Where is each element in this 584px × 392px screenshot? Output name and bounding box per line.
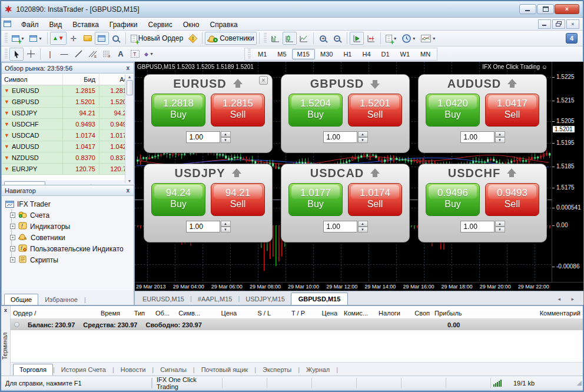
bar-chart-button[interactable]: [268, 32, 283, 45]
watch-row-EURJPY[interactable]: ▼EURJPY120.75120.78: [2, 164, 134, 175]
volume-input[interactable]: [186, 221, 220, 232]
zoom-in-button[interactable]: +: [316, 32, 330, 45]
terminal-tab-1[interactable]: Торговля: [13, 364, 53, 376]
data-window-button[interactable]: ✛: [67, 32, 81, 45]
volume-stepper[interactable]: ▲▼: [495, 221, 505, 232]
menu-item-Графики[interactable]: Графики: [104, 19, 143, 30]
one-click-widget-USDCHF[interactable]: USDCHF0.9496Buy0.9493Sell▲▼: [418, 164, 547, 242]
watch-row-GBPUSD[interactable]: ▼GBPUSD1.52011.5204: [2, 97, 134, 108]
line-chart-button[interactable]: [297, 32, 311, 45]
menu-item-Справка[interactable]: Справка: [205, 19, 243, 30]
resize-grip[interactable]: ◢: [577, 379, 583, 387]
strategy-tester-button[interactable]: [109, 32, 123, 45]
templates-button[interactable]: ▼: [419, 32, 439, 45]
channel-button[interactable]: E: [85, 48, 99, 61]
watch-row-USDJPY[interactable]: ▼USDJPY94.2194.24: [2, 108, 134, 119]
timeframe-button-W1[interactable]: W1: [395, 49, 416, 59]
expand-plus-icon[interactable]: +: [10, 235, 15, 240]
stepper-down-icon[interactable]: ▼: [221, 137, 231, 143]
price-axis[interactable]: 1.52251.52151.52051.51951.51851.51751.52…: [552, 62, 583, 282]
timeframe-button-H4[interactable]: H4: [357, 49, 376, 59]
tab-scroll-arrows[interactable]: ◂ ▸: [558, 296, 583, 305]
stepper-down-icon[interactable]: ▼: [495, 137, 505, 143]
sell-button[interactable]: 1.0417Sell: [485, 94, 539, 127]
periods-button[interactable]: ▼: [400, 32, 419, 45]
volume-input[interactable]: [323, 221, 357, 232]
mdi-minimize-button[interactable]: [538, 19, 551, 29]
navigator-tab-1[interactable]: Общие: [4, 294, 38, 305]
expand-plus-icon[interactable]: +: [10, 212, 15, 218]
stepper-down-icon[interactable]: ▼: [221, 227, 231, 232]
mdi-restore-button[interactable]: [552, 19, 565, 29]
terminal-column-2[interactable]: Время: [67, 310, 122, 317]
menu-item-Сервис[interactable]: Сервис: [143, 19, 178, 30]
navigator-header[interactable]: Навигаторx: [2, 185, 134, 196]
one-click-widget-USDCAD[interactable]: USDCAD1.0177Buy1.0174Sell▲▼: [281, 164, 410, 242]
tree-item-1[interactable]: +Счета: [10, 210, 134, 221]
terminal-tab-4[interactable]: Сигналы: [154, 364, 193, 376]
terminal-column-5[interactable]: Симв...: [172, 310, 203, 317]
navigator-tab-2[interactable]: Избранное: [38, 294, 84, 305]
toolbar-grip[interactable]: [264, 33, 267, 44]
stepper-up-icon[interactable]: ▲: [221, 131, 231, 137]
crosshair-tool-button[interactable]: [24, 48, 38, 61]
terminal-tab-7[interactable]: Журнал: [300, 364, 336, 376]
terminal-column-12[interactable]: Своп: [403, 310, 432, 317]
volume-stepper[interactable]: ▲▼: [221, 221, 231, 232]
timeframe-button-MN[interactable]: MN: [415, 49, 436, 59]
close-button[interactable]: ×: [555, 4, 579, 14]
terminal-close-icon[interactable]: x: [1, 306, 10, 313]
chart-window[interactable]: GBPUSD,M15 1.5203 1.5205 1.5189 1.5201 I…: [134, 62, 583, 305]
terminal-toggle[interactable]: [95, 32, 109, 45]
terminal-column-9[interactable]: Цена: [307, 310, 340, 317]
comments-badge[interactable]: 4: [566, 33, 578, 44]
timeframe-button-H1[interactable]: H1: [338, 49, 357, 59]
one-click-widget-EURUSD[interactable]: EURUSD×1.2818Buy1.2815Sell▲▼: [144, 74, 273, 153]
watch-row-USDCHF[interactable]: ▼USDCHF0.94930.9496: [2, 119, 134, 130]
text-label-button[interactable]: T: [128, 48, 142, 61]
stepper-down-icon[interactable]: ▼: [495, 227, 505, 232]
toolbar-grip[interactable]: [248, 49, 251, 59]
volume-stepper[interactable]: ▲▼: [221, 131, 231, 143]
watch-row-EURUSD[interactable]: ▼EURUSD1.28151.2818: [2, 85, 134, 97]
fibonacci-button[interactable]: F: [99, 48, 114, 61]
watch-row-NZDUSD[interactable]: ▼NZDUSD0.83700.8373: [2, 152, 134, 164]
time-axis[interactable]: 29 Mar 201329 Mar 04:0029 Mar 06:0029 Ma…: [135, 282, 583, 291]
menu-item-Вид[interactable]: Вид: [44, 19, 68, 30]
sell-button[interactable]: 1.2815Sell: [211, 94, 265, 127]
tree-item-4[interactable]: +fПользовательские Индикато: [10, 243, 134, 254]
timeframe-button-M5[interactable]: M5: [272, 49, 291, 59]
trendline-button[interactable]: [71, 48, 85, 61]
expert-advisors-button[interactable]: Советники: [205, 32, 257, 45]
volume-stepper[interactable]: ▲▼: [495, 131, 505, 143]
new-chart-button[interactable]: +▼: [9, 32, 27, 45]
chart-tab-USDJPYM15[interactable]: USDJPY,M15: [240, 293, 290, 305]
market-watch-scrollbar[interactable]: ▲▼: [125, 75, 134, 183]
menu-item-Файл[interactable]: Файл: [16, 19, 44, 30]
shapes-button[interactable]: ◆▼: [142, 48, 156, 61]
tree-item-5[interactable]: +Скрипты: [10, 254, 134, 265]
terminal-column-1[interactable]: Ордер /: [11, 310, 67, 317]
sell-button[interactable]: 0.9493Sell: [485, 183, 539, 216]
sell-button[interactable]: 94.21Sell: [211, 183, 265, 216]
toolbar-grip[interactable]: [5, 49, 8, 59]
timeframe-button-M15[interactable]: M15: [292, 49, 315, 59]
stepper-down-icon[interactable]: ▼: [358, 227, 368, 232]
terminal-tab-6[interactable]: Эксперты: [256, 364, 298, 376]
buy-button[interactable]: 94.24Buy: [151, 183, 205, 216]
terminal-column-7[interactable]: S / L: [239, 310, 273, 317]
terminal-column-10[interactable]: Комис...: [340, 310, 370, 317]
minimize-button[interactable]: [519, 4, 536, 14]
tree-item-2[interactable]: +fИндикаторы: [10, 221, 134, 232]
stepper-up-icon[interactable]: ▲: [358, 221, 368, 227]
one-click-widget-USDJPY[interactable]: USDJPY94.24Buy94.21Sell▲▼: [144, 164, 273, 242]
toolbar-grip[interactable]: [5, 33, 8, 44]
indicators-button[interactable]: +▼: [383, 32, 400, 45]
terminal-column-13[interactable]: Прибыль: [432, 310, 479, 317]
chart-tab-GBPUSDM15[interactable]: GBPUSD,M15: [291, 293, 349, 305]
cursor-tool-button[interactable]: [9, 48, 24, 61]
terminal-column-6[interactable]: Цена: [203, 310, 239, 317]
balance-row[interactable]: Баланс: 230.97 Средства: 230.97 Свободно…: [11, 319, 583, 330]
column-header-symbol[interactable]: Символ: [2, 74, 63, 85]
expand-plus-icon[interactable]: +: [10, 224, 15, 229]
